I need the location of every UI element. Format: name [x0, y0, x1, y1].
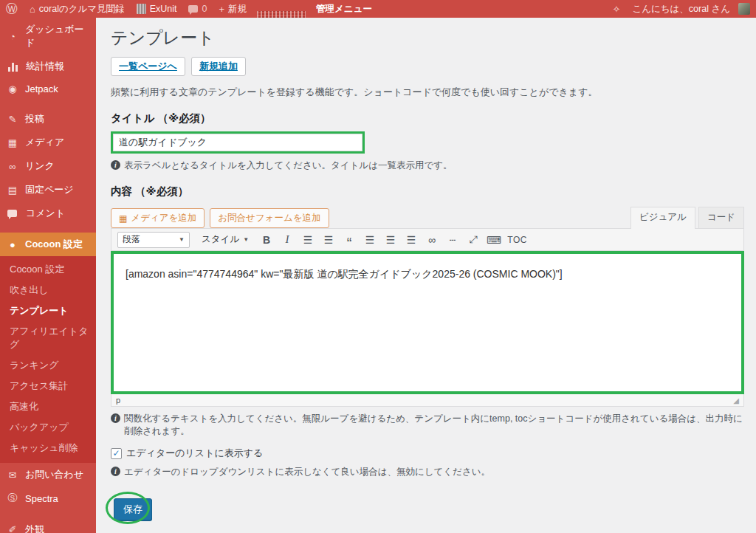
keyboard-shortcuts-button[interactable]: ⌨	[485, 231, 503, 249]
spectra-icon: Ⓢ	[7, 492, 18, 505]
editor-toolbar: 段落 ▼ スタイル ▼ B I ☰ ☰ “ ☰ ☰ ☰ ∞ ┄ ⤢ ⌨ TOC	[111, 228, 744, 251]
info-icon: i	[111, 467, 120, 476]
wp-logo-menu[interactable]: Ⓦ	[0, 0, 24, 18]
pages-icon: ▤	[7, 185, 18, 196]
template-title-input[interactable]	[113, 134, 362, 151]
sidebar-item-contact[interactable]: ✉ お問い合わせ	[0, 463, 96, 486]
submenu-template[interactable]: テンプレート	[0, 300, 96, 321]
title-help-text: 表示ラベルとなるタイトルを入力してください。タイトルは一覧表示用です。	[124, 159, 453, 172]
new-content-menu[interactable]: + 新規	[213, 0, 252, 18]
wordpress-icon: Ⓦ	[6, 1, 18, 17]
appearance-icon: ✐	[7, 524, 18, 533]
home-icon: ⌂	[30, 4, 35, 14]
ai-sparkles-button[interactable]: ✧	[606, 0, 626, 18]
dashboard-icon: ◔	[7, 31, 18, 42]
styles-dropdown[interactable]: スタイル ▼	[193, 233, 255, 246]
sidebar-item-comments[interactable]: コメント	[0, 202, 96, 225]
posts-icon: ✎	[7, 114, 18, 125]
sidebar-item-stats[interactable]: 統計情報	[0, 55, 96, 78]
add-contact-form-button[interactable]: お問合せフォームを追加	[210, 208, 329, 228]
comments-icon	[7, 210, 17, 217]
sidebar-item-jetpack[interactable]: ◉ Jetpack	[0, 78, 96, 100]
envelope-icon: ✉	[7, 470, 18, 481]
info-icon: i	[111, 160, 120, 170]
main-content: テンプレート 一覧ページへ 新規追加 頻繁に利用する文章のテンプレートを登録する…	[96, 18, 756, 533]
sidebar-item-posts[interactable]: ✎ 投稿	[0, 107, 96, 131]
sidebar-item-media[interactable]: ▦ メディア	[0, 131, 96, 154]
bullet-list-button[interactable]: ☰	[299, 231, 317, 249]
annotation-title-box	[111, 131, 365, 154]
cocoon-icon: ●	[7, 239, 18, 250]
sparkles-icon: ✧	[612, 4, 620, 14]
sidebar-item-cocoon-settings[interactable]: ● Cocoon 設定	[0, 233, 96, 256]
submenu-affiliate-tag[interactable]: アフィリエイトタグ	[0, 321, 96, 355]
add-media-button[interactable]: ▦ メディアを追加	[111, 208, 205, 228]
editor-mode-tabs: ビジュアル コード	[628, 206, 744, 228]
align-right-button[interactable]: ☰	[402, 231, 420, 249]
page-title: テンプレート	[111, 25, 744, 52]
sidebar-item-links[interactable]: ∞ リンク	[0, 154, 96, 178]
site-name: coralのクルマ見聞録	[39, 3, 125, 16]
toc-button[interactable]: TOC	[506, 231, 529, 249]
comments-shortcut[interactable]: 0	[182, 0, 213, 18]
bold-button[interactable]: B	[258, 231, 275, 249]
submenu-speed-up[interactable]: 高速化	[0, 396, 96, 417]
content-section-heading: 内容 （※必須）	[111, 185, 744, 199]
admin-menu-link[interactable]: 管理メニュー	[310, 0, 378, 18]
sidebar-item-pages[interactable]: ▤ 固定ページ	[0, 178, 96, 202]
submenu-ranking[interactable]: ランキング	[0, 355, 96, 376]
show-in-editor-checkbox[interactable]: ✓	[111, 448, 122, 459]
admin-bar: Ⓦ ⌂ coralのクルマ見聞録 ExUnit 0 + 新規 管理メニュー ✧ …	[0, 0, 756, 18]
editor-shortcode-text: [amazon asin="4774744964" kw="最新版 道の駅完全ガ…	[126, 264, 604, 284]
links-icon: ∞	[7, 161, 18, 172]
submenu-backup[interactable]: バックアップ	[0, 417, 96, 438]
stats-icon	[7, 62, 19, 72]
resize-grip[interactable]: ◢	[733, 396, 739, 405]
comment-bubble-icon	[188, 5, 198, 13]
my-account-menu[interactable]: こんにちは、coral さん	[626, 0, 756, 18]
admin-menu-label: 管理メニュー	[316, 3, 372, 16]
insert-link-button[interactable]: ∞	[423, 231, 441, 249]
tab-visual[interactable]: ビジュアル	[630, 207, 695, 229]
sidebar-item-dashboard[interactable]: ◔ ダッシュボード	[0, 18, 96, 55]
tab-code[interactable]: コード	[698, 207, 744, 228]
align-center-button[interactable]: ☰	[382, 231, 399, 249]
show-in-editor-label: エディターのリストに表示する	[126, 447, 263, 460]
save-button[interactable]: 保存	[114, 498, 152, 520]
plus-icon: +	[219, 4, 224, 14]
exunit-icon	[137, 4, 146, 14]
submenu-cocoon-settings[interactable]: Cocoon 設定	[0, 259, 96, 280]
align-left-button[interactable]: ☰	[361, 231, 379, 249]
content-help-text: 関数化するテキストを入力してください。無限ループを避けるため、テンプレート内にt…	[124, 413, 744, 438]
title-section-heading: タイトル （※必須）	[111, 111, 744, 125]
element-path: p	[116, 396, 120, 405]
add-new-button[interactable]: 新規追加	[191, 57, 246, 76]
read-more-button[interactable]: ┄	[444, 231, 461, 249]
submenu-speech-balloon[interactable]: 吹き出し	[0, 280, 96, 300]
paragraph-format-select[interactable]: 段落 ▼	[117, 232, 190, 248]
go-to-list-button[interactable]: 一覧ページへ	[111, 57, 185, 76]
annotation-editor-box: [amazon asin="4774744964" kw="最新版 道の駅完全ガ…	[111, 251, 744, 394]
new-label: 新規	[228, 3, 247, 16]
media-icon: ▦	[7, 137, 18, 148]
submenu-cache-delete[interactable]: キャッシュ削除	[0, 438, 96, 458]
editor-status-bar: p ◢	[111, 394, 744, 407]
exunit-menu[interactable]: ExUnit	[131, 0, 183, 18]
submenu-access-analytics[interactable]: アクセス集計	[0, 376, 96, 396]
admin-sidebar: ◔ ダッシュボード 統計情報 ◉ Jetpack ✎ 投稿 ▦ メディア ∞ リ…	[0, 18, 96, 533]
dropdown-help-text: エディターのドロップダウンリストに表示しなくて良い場合は、無効にしてください。	[124, 466, 490, 478]
sidebar-item-appearance[interactable]: ✐ 外観	[0, 517, 96, 533]
chevron-down-icon: ▼	[179, 236, 185, 243]
editor-body[interactable]: [amazon asin="4774744964" kw="最新版 道の駅完全ガ…	[114, 254, 741, 391]
blockquote-button[interactable]: “	[340, 231, 358, 249]
fullscreen-button[interactable]: ⤢	[464, 231, 482, 249]
italic-button[interactable]: I	[278, 231, 296, 249]
numbered-list-button[interactable]: ☰	[320, 231, 337, 249]
sidebar-item-spectra[interactable]: Ⓢ Spectra	[0, 486, 96, 510]
chevron-down-icon: ▼	[243, 236, 249, 243]
cocoon-submenu: Cocoon 設定 吹き出し テンプレート アフィリエイトタグ ランキング アク…	[0, 256, 96, 463]
site-link[interactable]: ⌂ coralのクルマ見聞録	[24, 0, 131, 18]
comment-count: 0	[202, 4, 207, 14]
redacted-text	[257, 11, 306, 18]
page-description: 頻繁に利用する文章のテンプレートを登録する機能です。ショートコードで何度でも使い…	[111, 86, 744, 99]
